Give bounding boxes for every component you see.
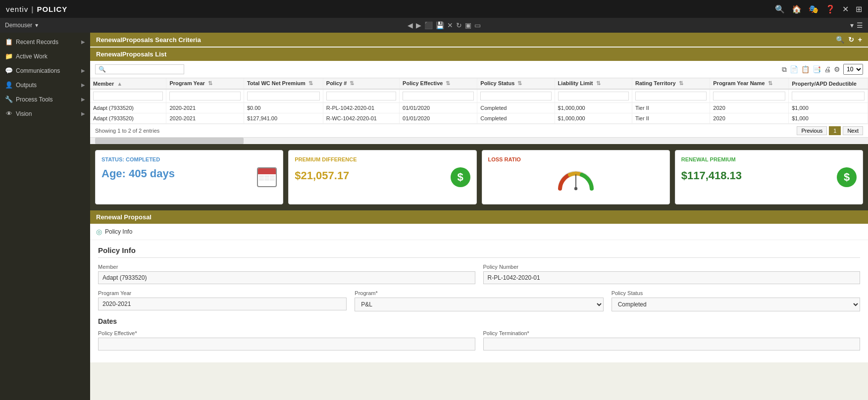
col-program-year[interactable]: Program Year ⇅: [166, 78, 244, 89]
grid-icon[interactable]: ⊞: [856, 4, 862, 14]
copy-icon[interactable]: ⧉: [782, 65, 787, 74]
close-icon[interactable]: ✕: [842, 4, 849, 14]
col-member[interactable]: Member ▲: [90, 78, 166, 89]
sidebar-arrow: ▶: [81, 39, 85, 45]
member-input[interactable]: [98, 271, 475, 284]
table-cell: 2020-2021: [166, 113, 244, 124]
refresh-button[interactable]: ↻: [456, 21, 462, 29]
user-menu[interactable]: Demouser ▾: [5, 22, 38, 29]
table-container: Member ▲ Program Year ⇅ Total WC Net Pre…: [90, 78, 868, 124]
col-policy-status[interactable]: Policy Status ⇅: [477, 78, 555, 89]
filter-rating[interactable]: [635, 92, 707, 100]
dates-title: Dates: [98, 317, 860, 325]
logo-ventiv: ventiv: [6, 5, 28, 13]
sidebar-arrow: ▶: [81, 68, 85, 73]
program-select[interactable]: P&L: [355, 298, 603, 311]
sidebar-item-vision[interactable]: 👁 Vision ▶: [0, 106, 90, 121]
dropdown-arrow[interactable]: ▾: [850, 21, 854, 29]
hamburger-icon[interactable]: ☰: [857, 21, 863, 29]
home-icon[interactable]: 🏠: [792, 4, 802, 14]
page-1-button[interactable]: 1: [829, 126, 841, 135]
top-nav: ventiv | POLICY 🔍 🏠 🎭 ❓ ✕ ⊞: [0, 0, 868, 18]
policy-termination-input[interactable]: [483, 338, 861, 350]
sidebar-item-active-work[interactable]: 📁 Active Work: [0, 49, 90, 63]
policy-effective-input[interactable]: [98, 338, 475, 350]
filter-member[interactable]: [93, 92, 163, 100]
delete-button[interactable]: ✕: [447, 21, 453, 29]
program-year-input[interactable]: [98, 298, 347, 310]
loss-ratio-card: LOSS RATIO: [482, 150, 670, 204]
filter-policy-eff[interactable]: [403, 92, 474, 100]
sidebar-item-process-tools[interactable]: 🔧 Process Tools ▶: [0, 92, 90, 106]
table-cell: 2020: [710, 113, 789, 124]
gauge-container: 0: [488, 166, 664, 191]
renewal-proposals-table: Member ▲ Program Year ⇅ Total WC Net Pre…: [90, 78, 868, 124]
sidebar-arrow: ▶: [81, 97, 85, 102]
filter-program-year-name[interactable]: [713, 92, 785, 100]
list-title: RenewalProposals List: [96, 50, 166, 58]
next-page-button[interactable]: Next: [843, 126, 863, 135]
status-card: STATUS: COMPLETED Age: 405 days: [95, 150, 283, 204]
sidebar-arrow: ▶: [81, 82, 85, 88]
export-icon[interactable]: 📋: [801, 65, 810, 73]
sidebar-arrow: ▶: [81, 111, 85, 116]
back-button[interactable]: ◀: [408, 21, 413, 29]
filter-liability[interactable]: [558, 92, 629, 100]
search-criteria-add-icon[interactable]: +: [858, 36, 862, 44]
table-cell: R-WC-1042-2020-01: [323, 113, 399, 124]
logo-divider: |: [31, 5, 34, 13]
pdf-icon[interactable]: 📑: [813, 65, 821, 73]
sidebar-item-communications[interactable]: 💬 Communications ▶: [0, 63, 90, 78]
horizontal-scroll[interactable]: [90, 137, 868, 144]
policy-status-label: Policy Status: [612, 290, 860, 296]
member-field-group: Member: [98, 264, 475, 284]
outputs-icon: 👤: [5, 81, 13, 89]
search-input[interactable]: [106, 66, 180, 73]
col-liability[interactable]: Liability Limit ⇅: [555, 78, 632, 89]
col-program-year-name[interactable]: Program Year Name ⇅: [710, 78, 789, 89]
filter-total-wc[interactable]: [247, 92, 320, 100]
col-policy-num[interactable]: Policy # ⇅: [323, 78, 399, 89]
sidebar-item-outputs[interactable]: 👤 Outputs ▶: [0, 78, 90, 92]
filter-policy-status[interactable]: [480, 92, 551, 100]
user-icon[interactable]: 🎭: [809, 4, 818, 14]
settings-icon[interactable]: ⚙: [834, 65, 840, 73]
print-icon[interactable]: 🖨: [824, 65, 831, 73]
filter-property-ded[interactable]: [792, 92, 865, 100]
table-search-box[interactable]: 🔍: [95, 64, 184, 74]
policy-termination-label: Policy Termination*: [483, 330, 861, 336]
policy-number-input[interactable]: [483, 271, 861, 284]
policy-status-select[interactable]: Completed: [612, 298, 860, 311]
search-criteria-search-icon[interactable]: 🔍: [836, 36, 844, 44]
extra-button1[interactable]: ▣: [465, 21, 471, 29]
filter-program-year[interactable]: [169, 92, 240, 100]
sidebar-item-recent-records[interactable]: 📋 Recent Records ▶: [0, 35, 90, 49]
col-property-ded[interactable]: Property/APD Deductible: [789, 78, 868, 89]
save-button[interactable]: 💾: [436, 21, 444, 29]
col-rating[interactable]: Rating Territory ⇅: [632, 78, 710, 89]
table-row[interactable]: Adapt (7933520)2020-2021$127,941.00R-WC-…: [90, 113, 868, 124]
gauge-svg: 0: [556, 166, 596, 191]
policy-info-toggle[interactable]: ◎ Policy Info: [90, 224, 868, 240]
col-total-wc[interactable]: Total WC Net Premium ⇅: [244, 78, 323, 89]
renewal-premium-card: RENEWAL PREMIUM $117,418.13 $: [675, 150, 863, 204]
table-cell: Adapt (7933520): [90, 103, 166, 113]
help-icon[interactable]: ❓: [825, 4, 835, 14]
file-icon[interactable]: 📄: [790, 65, 798, 73]
sidebar-item-label: Process Tools: [16, 96, 78, 103]
search-criteria-refresh-icon[interactable]: ↻: [848, 36, 854, 44]
extra-button2[interactable]: ▭: [474, 21, 481, 29]
stop-button[interactable]: ⬛: [424, 21, 433, 29]
per-page-select[interactable]: 10 25 50: [843, 64, 863, 75]
toolbar: ◀ ▶ ⬛ 💾 ✕ ↻ ▣ ▭: [408, 21, 481, 29]
table-row[interactable]: Adapt (7933520)2020-2021$0.00R-PL-1042-2…: [90, 103, 868, 113]
sidebar: 📋 Recent Records ▶ 📁 Active Work 💬 Commu…: [0, 33, 90, 400]
prev-page-button[interactable]: Previous: [797, 126, 827, 135]
user-arrow: ▾: [35, 22, 38, 29]
search-icon[interactable]: 🔍: [775, 4, 785, 14]
forward-button[interactable]: ▶: [416, 21, 421, 29]
col-policy-eff[interactable]: Policy Effective ⇅: [400, 78, 477, 89]
filter-policy-num[interactable]: [326, 92, 396, 100]
form-row-dates: Policy Effective* Policy Termination*: [98, 330, 860, 350]
table-cell: 2020: [710, 103, 789, 113]
